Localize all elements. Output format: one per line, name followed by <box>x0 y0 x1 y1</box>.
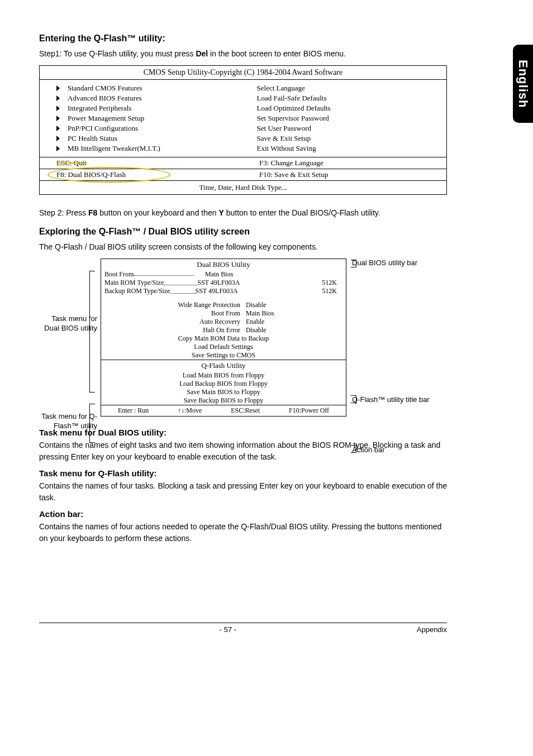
backup-rom-chip: SST 49LF003A <box>196 287 238 295</box>
bracket-left-icon <box>89 271 95 393</box>
cmos-item-save-exit[interactable]: Save & Exit Setup <box>257 133 441 143</box>
label-dual-bios-bar: Dual BIOS utility bar <box>352 259 417 267</box>
cmos-item-standard[interactable]: Standard CMOS Features <box>56 83 246 93</box>
cmos-item-pnp[interactable]: PnP/PCI Configurations <box>56 123 246 133</box>
bracket-left-icon <box>89 404 95 443</box>
cmos-item-advanced[interactable]: Advanced BIOS Features <box>56 93 246 103</box>
backup-rom-row: Backup ROM Type/Size SST 49LF003A 512K <box>101 287 346 295</box>
dual-task-load-default[interactable]: Load Default Settings <box>101 343 346 351</box>
pair-value: Disable <box>246 326 302 334</box>
language-side-tab: English <box>513 45 533 123</box>
triangle-icon <box>56 136 60 141</box>
cmos-item-label: Advanced BIOS Features <box>68 94 142 103</box>
pair-label: Boot From <box>145 309 240 318</box>
side-tab-text: English <box>516 60 530 108</box>
pair-row[interactable]: Auto RecoveryEnable <box>101 318 346 326</box>
pair-value: Main Bios <box>246 309 302 318</box>
pair-row[interactable]: Wide Range ProtectionDisable <box>101 301 346 309</box>
cmos-item-label: PC Health Status <box>68 134 117 143</box>
pair-label: Halt On Error <box>145 326 240 334</box>
cmos-title: CMOS Setup Utility-Copyright (C) 1984-20… <box>40 66 446 80</box>
dotted-fill <box>134 270 194 276</box>
label-action-bar: Action bar <box>352 446 385 454</box>
dual-task-copy[interactable]: Copy Main ROM Data to Backup <box>101 334 346 343</box>
cmos-footer: Time, Date, Hard Disk Type... <box>40 181 446 194</box>
heading-exploring: Exploring the Q-Flash™ / Dual BIOS utili… <box>39 227 447 237</box>
pair-label: Auto Recovery <box>145 318 240 326</box>
step2-y-key: Y <box>218 208 223 217</box>
sec1-heading: Task menu for Dual BIOS utility: <box>39 428 447 437</box>
qflash-title: Q-Flash Utility <box>101 360 346 371</box>
main-rom-size: 512K <box>298 279 342 287</box>
cmos-item-label: Power Management Setup <box>68 114 144 123</box>
pair-row[interactable]: Boot FromMain Bios <box>101 309 346 318</box>
cmos-item-pchealth[interactable]: PC Health Status <box>56 133 246 143</box>
cmos-item-language[interactable]: Select Language <box>257 83 441 93</box>
action-f10: F10:Power Off <box>289 406 329 415</box>
cmos-item-label: MB Intelligent Tweaker(M.I.T.) <box>68 144 160 153</box>
pair-value: Enable <box>246 318 302 326</box>
cmos-key-row-2: F8: Dual BIOS/Q-Flash F10: Save & Exit S… <box>40 169 446 181</box>
step2-pre: Step 2: Press <box>39 208 88 217</box>
step1-post: in the boot screen to enter BIOS menu. <box>208 49 346 58</box>
cmos-item-label: Select Language <box>257 84 305 93</box>
cmos-item-failsafe[interactable]: Load Fail-Safe Defaults <box>257 93 441 103</box>
footer-page-number: - 57 - <box>220 625 236 634</box>
cmos-item-optimized[interactable]: Load Optimized Defaults <box>257 103 441 113</box>
boot-from-label: Boot From <box>104 270 134 279</box>
label-qflash-task-menu: Task menu for Q-Flash™ utility <box>39 412 97 431</box>
cmos-right-column: Select Language Load Fail-Safe Defaults … <box>251 80 446 157</box>
label-dual-bios-task-menu: Task menu for Dual BIOS utility <box>39 314 97 333</box>
triangle-icon <box>56 146 60 151</box>
right-labels: Dual BIOS utility bar Q-Flash™ utility t… <box>346 259 441 417</box>
utility-box: Dual BIOS Utility Boot From Main Bios Ma… <box>101 259 346 417</box>
cmos-item-integrated[interactable]: Integrated Peripherals <box>56 103 246 113</box>
triangle-icon <box>56 85 60 91</box>
cmos-item-mit[interactable]: MB Intelligent Tweaker(M.I.T.) <box>56 143 246 154</box>
cmos-item-user-pw[interactable]: Set User Password <box>257 123 441 133</box>
cmos-left-column: Standard CMOS Features Advanced BIOS Fea… <box>40 80 251 157</box>
cmos-key-row-1: ESC: Quit F3: Change Language <box>40 157 446 169</box>
cmos-item-label: Load Optimized Defaults <box>257 104 331 113</box>
cmos-item-exit-nosave[interactable]: Exit Without Saving <box>257 143 441 154</box>
page-footer: - 57 - Appendix <box>39 623 447 634</box>
sec3-paragraph: Contains the names of four actions neede… <box>39 521 447 544</box>
key-f3-language: F3: Change Language <box>259 159 446 168</box>
triangle-icon <box>56 126 60 131</box>
qflash-task-load-main[interactable]: Load Main BIOS from Floppy <box>101 371 346 380</box>
triangle-icon <box>56 116 60 121</box>
explore-paragraph: The Q-Flash / Dual BIOS utility screen c… <box>39 241 447 253</box>
cmos-item-label: Exit Without Saving <box>257 144 316 153</box>
cmos-item-label: Load Fail-Safe Defaults <box>257 94 327 103</box>
qflash-task-save-backup[interactable]: Save Backup BIOS to Floppy <box>101 396 346 405</box>
sec2-heading: Task menu for Q-Flash utility: <box>39 468 447 478</box>
step1-pre: Step1: To use Q-Flash utility, you must … <box>39 49 196 58</box>
utility-box-column: Dual BIOS Utility Boot From Main Bios Ma… <box>101 259 346 417</box>
cmos-item-power[interactable]: Power Management Setup <box>56 113 246 123</box>
step2-mid: button on your keyboard and then <box>97 208 218 217</box>
step2-post: button to enter the Dual BIOS/Q-Flash ut… <box>224 208 380 217</box>
heading-entering-qflash: Entering the Q-Flash™ utility: <box>39 34 447 44</box>
key-esc-quit: ESC: Quit <box>56 159 87 167</box>
cmos-columns: Standard CMOS Features Advanced BIOS Fea… <box>40 80 446 157</box>
pair-label: Wide Range Protection <box>145 301 240 309</box>
triangle-icon <box>56 106 60 111</box>
boot-from-row: Boot From Main Bios <box>101 270 346 279</box>
triangle-icon <box>56 95 60 101</box>
cmos-item-label: Set Supervisor Password <box>257 114 329 123</box>
step1-del-key: Del <box>196 49 208 58</box>
action-esc: ESC:Reset <box>231 406 260 415</box>
cmos-item-supervisor[interactable]: Set Supervisor Password <box>257 113 441 123</box>
cmos-item-label: Standard CMOS Features <box>68 84 142 93</box>
main-rom-row: Main ROM Type/Size SST 49LF003A 512K <box>101 279 346 287</box>
qflash-task-save-main[interactable]: Save Main BIOS to Floppy <box>101 388 346 396</box>
cmos-setup-box: CMOS Setup Utility-Copyright (C) 1984-20… <box>39 65 447 195</box>
dual-task-save-cmos[interactable]: Save Settings to CMOS <box>101 351 346 360</box>
cmos-item-label: Save & Exit Setup <box>257 134 311 143</box>
dotted-fill <box>170 288 196 294</box>
pair-value: Disable <box>246 301 302 309</box>
action-bar: Enter : Run ↑↓:Move ESC:Reset F10:Power … <box>101 405 346 416</box>
sec3-heading: Action bar: <box>39 509 447 519</box>
pair-row[interactable]: Halt On ErrorDisable <box>101 326 346 334</box>
qflash-task-load-backup[interactable]: Load Backup BIOS from Floppy <box>101 380 346 388</box>
